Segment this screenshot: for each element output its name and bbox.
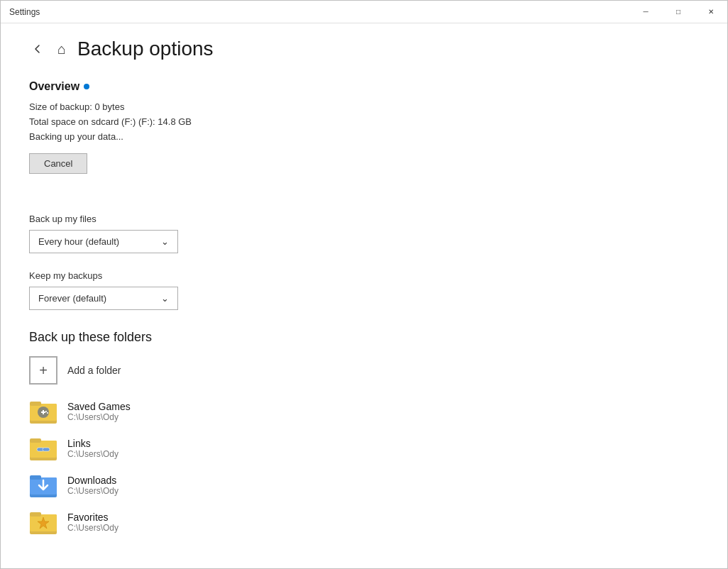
favorites-folder-icon bbox=[29, 509, 57, 535]
svg-rect-2 bbox=[30, 402, 41, 406]
keep-backups-label: Keep my backups bbox=[29, 270, 699, 281]
cancel-button[interactable]: Cancel bbox=[29, 153, 87, 174]
title-bar-left: Settings bbox=[9, 7, 40, 17]
title-bar: Settings ─ □ ✕ bbox=[1, 1, 727, 23]
svg-point-7 bbox=[47, 412, 48, 414]
total-space: Total space on sdcard (F:) (F:): 14.8 GB bbox=[29, 116, 699, 127]
folder-path: C:\Users\Ody bbox=[67, 412, 131, 422]
list-item: Favorites C:\Users\Ody bbox=[29, 509, 699, 535]
favorites-details: Favorites C:\Users\Ody bbox=[67, 512, 118, 533]
back-button[interactable] bbox=[29, 40, 46, 57]
maximize-button[interactable]: □ bbox=[662, 1, 695, 23]
folder-name: Saved Games bbox=[67, 401, 131, 412]
keep-backups-dropdown[interactable]: Forever (default) ⌄ bbox=[29, 287, 178, 310]
backup-files-label: Back up my files bbox=[29, 214, 699, 224]
folders-title: Back up these folders bbox=[29, 330, 699, 345]
page-title: Backup options bbox=[77, 38, 213, 60]
backup-files-dropdown[interactable]: Every hour (default) ⌄ bbox=[29, 230, 178, 253]
saved-games-details: Saved Games C:\Users\Ody bbox=[67, 401, 131, 422]
svg-rect-5 bbox=[43, 410, 44, 414]
add-folder-icon: + bbox=[29, 356, 57, 385]
chevron-down-icon: ⌄ bbox=[161, 293, 169, 304]
links-folder-icon bbox=[29, 436, 57, 461]
downloads-folder-icon bbox=[29, 473, 57, 498]
list-item: Saved Games C:\Users\Ody bbox=[29, 399, 699, 424]
overview-section: Overview Size of backup: 0 bytes Total s… bbox=[29, 80, 699, 194]
info-dot bbox=[84, 84, 89, 89]
list-item: Downloads C:\Users\Ody bbox=[29, 473, 699, 498]
links-details: Links C:\Users\Ody bbox=[67, 438, 118, 459]
backup-status: Backing up your data... bbox=[29, 131, 699, 142]
chevron-down-icon: ⌄ bbox=[161, 236, 169, 247]
page-header: ⌂ Backup options bbox=[29, 38, 699, 60]
folder-path: C:\Users\Ody bbox=[67, 486, 118, 496]
keep-backups-value: Forever (default) bbox=[38, 293, 106, 304]
downloads-details: Downloads C:\Users\Ody bbox=[67, 475, 118, 496]
folder-name: Favorites bbox=[67, 512, 118, 523]
settings-window: Settings ─ □ ✕ ⌂ Backup options bbox=[0, 0, 728, 569]
main-content: ⌂ Backup options Overview Size of backup… bbox=[1, 23, 727, 568]
folders-section: Back up these folders + Add a folder bbox=[29, 330, 699, 535]
list-item: Links C:\Users\Ody bbox=[29, 436, 699, 461]
saved-games-folder-icon bbox=[29, 399, 57, 424]
folder-path: C:\Users\Ody bbox=[67, 523, 118, 533]
svg-rect-10 bbox=[30, 438, 41, 443]
folder-path: C:\Users\Ody bbox=[67, 449, 118, 459]
title-bar-controls: ─ □ ✕ bbox=[629, 1, 727, 23]
add-folder-label: Add a folder bbox=[67, 365, 121, 376]
backup-files-value: Every hour (default) bbox=[38, 236, 119, 247]
svg-rect-15 bbox=[30, 475, 41, 480]
content-area: ⌂ Backup options Overview Size of backup… bbox=[1, 23, 727, 568]
svg-point-6 bbox=[45, 411, 47, 412]
window-title: Settings bbox=[9, 7, 40, 17]
svg-rect-12 bbox=[43, 448, 50, 451]
size-of-backup: Size of backup: 0 bytes bbox=[29, 101, 699, 112]
svg-rect-18 bbox=[30, 512, 41, 516]
folder-name: Downloads bbox=[67, 475, 118, 486]
overview-title: Overview bbox=[29, 80, 699, 93]
add-folder-row[interactable]: + Add a folder bbox=[29, 356, 699, 385]
minimize-button[interactable]: ─ bbox=[629, 1, 662, 23]
backup-files-section: Back up my files Every hour (default) ⌄ bbox=[29, 214, 699, 253]
keep-backups-section: Keep my backups Forever (default) ⌄ bbox=[29, 270, 699, 310]
folder-name: Links bbox=[67, 438, 118, 449]
close-button[interactable]: ✕ bbox=[695, 1, 727, 23]
home-icon: ⌂ bbox=[57, 41, 66, 57]
